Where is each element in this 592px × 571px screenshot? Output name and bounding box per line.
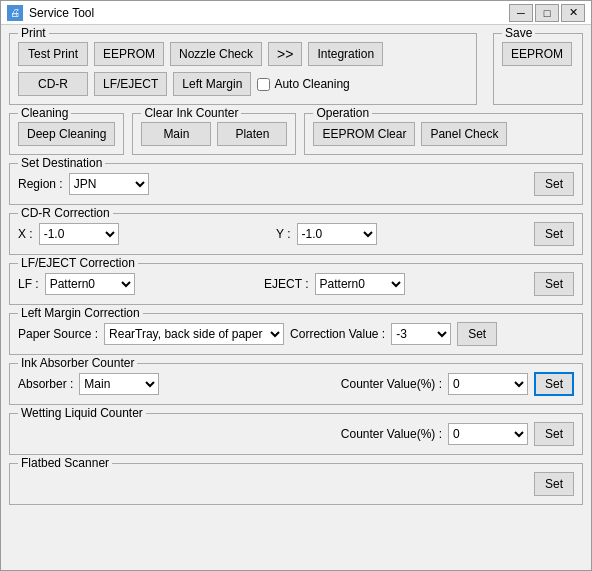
lf-label: LF : — [18, 277, 39, 291]
auto-cleaning-label[interactable]: Auto Cleaning — [257, 77, 349, 91]
maximize-button[interactable]: □ — [535, 4, 559, 22]
auto-cleaning-text: Auto Cleaning — [274, 77, 349, 91]
cleaning-section-label: Cleaning — [18, 106, 71, 120]
ink-counter-value-select[interactable]: 0 10 20 50 100 — [448, 373, 528, 395]
lf-select[interactable]: Pattern0 Pattern1 Pattern2 — [45, 273, 135, 295]
y-label: Y : — [276, 227, 290, 241]
lf-eject-label: LF/EJECT Correction — [18, 256, 138, 270]
platen-button[interactable]: Platen — [217, 122, 287, 146]
clear-ink-section: Clear Ink Counter Main Platen — [132, 113, 296, 155]
cdr-correction-section: CD-R Correction X : -1.0 -0.5 0 0.5 1.0 … — [9, 213, 583, 255]
eject-select[interactable]: Pattern0 Pattern1 Pattern2 — [315, 273, 405, 295]
lf-eject-button[interactable]: LF/EJECT — [94, 72, 167, 96]
set-lf-eject-button[interactable]: Set — [534, 272, 574, 296]
absorber-label: Absorber : — [18, 377, 73, 391]
y-select[interactable]: -1.0 -0.5 0 0.5 1.0 — [297, 223, 377, 245]
operation-section: Operation EEPROM Clear Panel Check — [304, 113, 583, 155]
left-margin-label: Left Margin Correction — [18, 306, 143, 320]
set-ink-absorber-button[interactable]: Set — [534, 372, 574, 396]
x-select[interactable]: -1.0 -0.5 0 0.5 1.0 — [39, 223, 119, 245]
correction-value-label: Correction Value : — [290, 327, 385, 341]
absorber-select[interactable]: Main Sub — [79, 373, 159, 395]
arrow-button[interactable]: >> — [268, 42, 302, 66]
auto-cleaning-checkbox[interactable] — [257, 78, 270, 91]
eeprom-print-button[interactable]: EEPROM — [94, 42, 164, 66]
wetting-liquid-label: Wetting Liquid Counter — [18, 406, 146, 420]
ink-counter-value-label: Counter Value(%) : — [341, 377, 442, 391]
main-content: Print Test Print EEPROM Nozzle Check >> … — [1, 25, 591, 570]
set-flatbed-scanner-button[interactable]: Set — [534, 472, 574, 496]
eject-label: EJECT : — [264, 277, 308, 291]
print-section-label: Print — [18, 26, 49, 40]
print-section: Print Test Print EEPROM Nozzle Check >> … — [9, 33, 477, 105]
set-left-margin-button[interactable]: Set — [457, 322, 497, 346]
title-bar-left: 🖨 Service Tool — [7, 5, 94, 21]
test-print-button[interactable]: Test Print — [18, 42, 88, 66]
deep-cleaning-button[interactable]: Deep Cleaning — [18, 122, 115, 146]
flatbed-scanner-label: Flatbed Scanner — [18, 456, 112, 470]
app-icon: 🖨 — [7, 5, 23, 21]
set-cdr-button[interactable]: Set — [534, 222, 574, 246]
cdr-correction-label: CD-R Correction — [18, 206, 113, 220]
region-select[interactable]: JPN USA EUR — [69, 173, 149, 195]
lf-eject-section: LF/EJECT Correction LF : Pattern0 Patter… — [9, 263, 583, 305]
save-section-label: Save — [502, 26, 535, 40]
nozzle-check-button[interactable]: Nozzle Check — [170, 42, 262, 66]
left-margin-section: Left Margin Correction Paper Source : Re… — [9, 313, 583, 355]
window-title: Service Tool — [29, 6, 94, 20]
set-destination-button[interactable]: Set — [534, 172, 574, 196]
flatbed-scanner-section: Flatbed Scanner Set — [9, 463, 583, 505]
x-label: X : — [18, 227, 33, 241]
minimize-button[interactable]: ─ — [509, 4, 533, 22]
paper-source-label: Paper Source : — [18, 327, 98, 341]
integration-button[interactable]: Integration — [308, 42, 383, 66]
title-bar: 🖨 Service Tool ─ □ ✕ — [1, 1, 591, 25]
wetting-counter-value-label: Counter Value(%) : — [341, 427, 442, 441]
set-destination-section: Set Destination Region : JPN USA EUR Set — [9, 163, 583, 205]
close-button[interactable]: ✕ — [561, 4, 585, 22]
operation-section-label: Operation — [313, 106, 372, 120]
correction-value-select[interactable]: -3 -2 -1 0 1 2 3 — [391, 323, 451, 345]
cd-r-button[interactable]: CD-R — [18, 72, 88, 96]
title-controls: ─ □ ✕ — [509, 4, 585, 22]
region-label: Region : — [18, 177, 63, 191]
wetting-counter-value-select[interactable]: 0 10 20 50 100 — [448, 423, 528, 445]
ink-absorber-label: Ink Absorber Counter — [18, 356, 137, 370]
left-margin-button[interactable]: Left Margin — [173, 72, 251, 96]
main-window: 🖨 Service Tool ─ □ ✕ Print Test Print EE… — [0, 0, 592, 571]
panel-check-button[interactable]: Panel Check — [421, 122, 507, 146]
paper-source-select[interactable]: RearTray, back side of paper FrontTray C… — [104, 323, 284, 345]
cleaning-section: Cleaning Deep Cleaning — [9, 113, 124, 155]
save-section: Save EEPROM — [493, 33, 583, 105]
eeprom-clear-button[interactable]: EEPROM Clear — [313, 122, 415, 146]
set-wetting-liquid-button[interactable]: Set — [534, 422, 574, 446]
set-destination-label: Set Destination — [18, 156, 105, 170]
wetting-liquid-section: Wetting Liquid Counter Counter Value(%) … — [9, 413, 583, 455]
clear-ink-section-label: Clear Ink Counter — [141, 106, 241, 120]
ink-absorber-section: Ink Absorber Counter Absorber : Main Sub… — [9, 363, 583, 405]
main-button[interactable]: Main — [141, 122, 211, 146]
save-eeprom-button[interactable]: EEPROM — [502, 42, 572, 66]
